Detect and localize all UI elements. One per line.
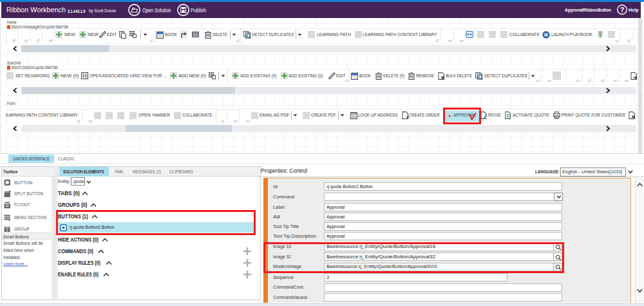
svg-text:?: ? [620, 6, 624, 14]
